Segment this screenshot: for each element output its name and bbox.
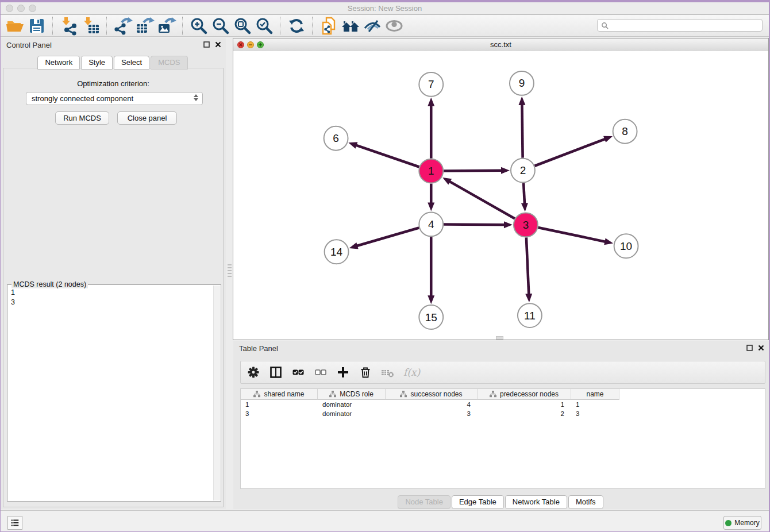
search-field[interactable] <box>597 19 763 32</box>
hierarchy-icon <box>400 391 407 398</box>
network-window-title: scc.txt <box>233 40 768 49</box>
delete-table-icon <box>381 365 395 379</box>
open-session-icon[interactable] <box>4 16 26 36</box>
graph-node-3[interactable]: 3 <box>514 213 538 237</box>
tab-network-table[interactable]: Network Table <box>505 495 567 509</box>
graph-node-7[interactable]: 7 <box>419 72 443 97</box>
show-all-eye-icon <box>383 16 405 36</box>
home-layout-icon[interactable] <box>340 16 361 36</box>
canvas-splitter-handle[interactable] <box>496 336 503 340</box>
first-neighbors-icon[interactable] <box>318 16 340 36</box>
close-table-panel-icon[interactable] <box>758 345 764 351</box>
hide-selected-eye-icon[interactable] <box>361 16 383 36</box>
graph-edge-2-8[interactable] <box>534 136 613 166</box>
float-table-panel-icon[interactable] <box>746 345 753 351</box>
deselect-all-checkboxes-icon[interactable] <box>314 365 328 379</box>
export-table-icon[interactable] <box>134 16 156 36</box>
import-network-icon[interactable] <box>58 16 80 36</box>
column-header-mcds-role[interactable]: MCDS role <box>318 389 386 400</box>
tab-edge-table[interactable]: Edge Table <box>452 495 504 509</box>
table-toolbar: f(x) <box>240 361 765 384</box>
graph-node-2[interactable]: 2 <box>511 159 535 183</box>
graph-edge-3-10[interactable] <box>538 228 613 245</box>
memory-button[interactable]: Memory <box>723 516 761 530</box>
import-table-icon[interactable] <box>80 16 102 36</box>
table-columns-icon[interactable] <box>269 365 283 379</box>
close-panel-icon[interactable] <box>215 41 221 48</box>
result-scrollbar[interactable] <box>213 286 220 500</box>
graph-node-9[interactable]: 9 <box>510 71 534 95</box>
save-session-icon[interactable] <box>26 16 48 36</box>
select-all-checkboxes-icon[interactable] <box>291 365 305 379</box>
node-table: shared name MCDS role successor nodes pr… <box>240 388 765 489</box>
list-icon <box>10 518 20 528</box>
table-header-row: shared name MCDS role successor nodes pr… <box>241 389 765 400</box>
criterion-dropdown[interactable]: strongly connected component <box>26 92 203 105</box>
table-panel: Table Panel <box>233 341 769 509</box>
delete-trash-icon[interactable] <box>359 365 372 379</box>
refresh-icon[interactable] <box>286 16 307 36</box>
graph-edge-3-11[interactable] <box>525 237 532 302</box>
search-icon <box>601 22 609 29</box>
main-toolbar <box>1 15 769 37</box>
zoom-out-icon[interactable] <box>210 16 232 36</box>
graph-node-4[interactable]: 4 <box>419 212 443 236</box>
tab-motifs[interactable]: Motifs <box>568 495 603 509</box>
column-header-shared-name[interactable]: shared name <box>241 389 318 400</box>
close-panel-button[interactable]: Close panel <box>117 111 177 125</box>
graph-edge-1-6[interactable] <box>348 142 419 167</box>
search-input[interactable] <box>609 21 762 30</box>
graph-node-8[interactable]: 8 <box>613 119 637 144</box>
tab-node-table[interactable]: Node Table <box>398 495 451 509</box>
graph-edge-2-3[interactable] <box>521 183 528 212</box>
graph-edge-2-9[interactable] <box>518 97 525 158</box>
float-panel-icon[interactable] <box>203 41 210 48</box>
column-header-predecessor-nodes[interactable]: predecessor nodes <box>478 389 571 400</box>
toolbar-separator <box>312 17 313 35</box>
network-canvas[interactable]: 7968124314101511 <box>233 51 768 340</box>
graph-edge-4-14[interactable] <box>349 228 419 249</box>
function-builder-icon: f(x) <box>403 367 420 378</box>
column-header-successor-nodes[interactable]: successor nodes <box>386 389 478 400</box>
column-header-name[interactable]: name <box>571 389 619 400</box>
graph-node-1[interactable]: 1 <box>419 159 443 183</box>
tab-style[interactable]: Style <box>81 56 113 70</box>
mcds-panel-body: Optimization criterion: strongly connect… <box>3 68 224 507</box>
dropdown-stepper-icon <box>194 94 198 101</box>
table-settings-gear-icon[interactable] <box>247 365 260 379</box>
export-network-icon[interactable] <box>112 16 134 36</box>
zoom-in-icon[interactable] <box>188 16 210 36</box>
graph-node-11[interactable]: 11 <box>518 303 542 327</box>
svg-text:3: 3 <box>523 219 529 231</box>
graph-edge-4-15[interactable] <box>428 237 434 304</box>
tab-mcds[interactable]: MCDS <box>151 56 187 70</box>
graph-edge-3-1[interactable] <box>442 178 515 219</box>
panel-splitter-handle[interactable] <box>228 264 232 278</box>
svg-text:14: 14 <box>330 246 342 258</box>
graph-edge-1-2[interactable] <box>444 167 510 174</box>
control-panel-title: Control Panel <box>6 41 52 49</box>
svg-text:8: 8 <box>622 125 628 137</box>
mcds-result-values[interactable]: 13 <box>11 288 15 307</box>
graph-edge-4-3[interactable] <box>444 221 513 228</box>
graph-edge-1-7[interactable] <box>428 98 434 159</box>
table-row[interactable]: 3 dominator 3 2 3 <box>241 409 765 418</box>
graph-node-10[interactable]: 10 <box>614 234 638 258</box>
toolbar-separator <box>280 17 281 35</box>
tab-network[interactable]: Network <box>37 56 80 70</box>
export-image-icon[interactable] <box>156 16 178 36</box>
hierarchy-icon <box>329 391 336 398</box>
task-history-button[interactable] <box>7 516 22 530</box>
run-mcds-button[interactable]: Run MCDS <box>55 111 109 125</box>
graph-node-6[interactable]: 6 <box>324 126 348 151</box>
memory-label: Memory <box>734 519 759 527</box>
zoom-fit-icon[interactable] <box>232 16 253 36</box>
network-window-titlebar[interactable]: scc.txt <box>233 38 768 52</box>
tab-select[interactable]: Select <box>114 56 149 70</box>
graph-edge-1-4[interactable] <box>428 184 434 211</box>
table-row[interactable]: 1 dominator 4 1 1 <box>241 400 765 409</box>
graph-node-15[interactable]: 15 <box>419 305 443 329</box>
add-column-plus-icon[interactable] <box>336 365 350 379</box>
graph-node-14[interactable]: 14 <box>325 240 349 264</box>
zoom-selected-icon[interactable] <box>253 16 275 36</box>
